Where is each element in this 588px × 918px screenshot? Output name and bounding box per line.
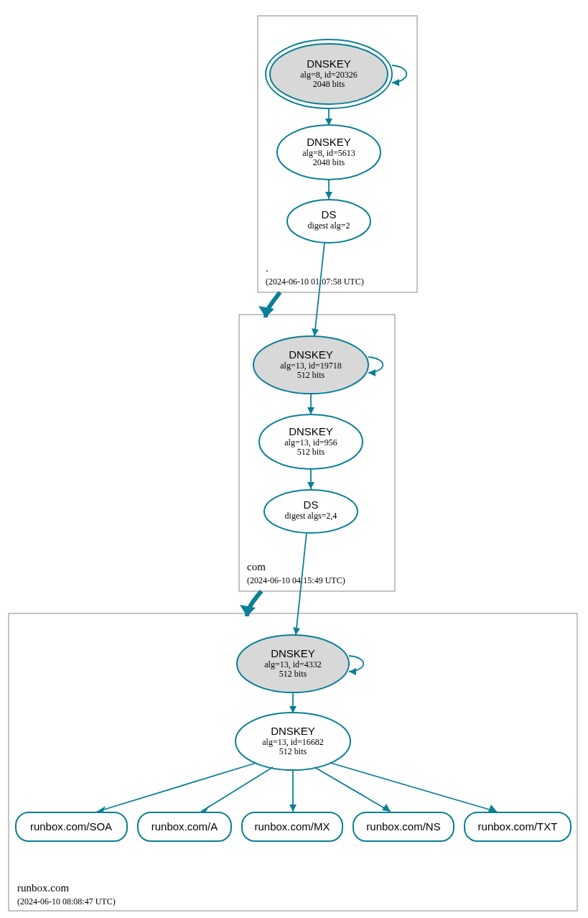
arrow-zone-root-to-com bbox=[258, 306, 274, 317]
node-com-ksk-l2: 512 bits bbox=[297, 370, 325, 380]
rrset-a-label: runbox.com/A bbox=[151, 820, 218, 833]
node-root-zsk-title: DNSKEY bbox=[307, 136, 351, 148]
node-com-zsk: DNSKEY alg=13, id=956 512 bits bbox=[259, 414, 363, 469]
rrset-soa: runbox.com/SOA bbox=[16, 812, 127, 841]
zone-com-name: com bbox=[247, 561, 266, 572]
node-root-zsk: DNSKEY alg=8, id=5613 2048 bits bbox=[277, 125, 381, 180]
rrset-txt: runbox.com/TXT bbox=[465, 812, 571, 841]
node-com-ksk-title: DNSKEY bbox=[289, 348, 333, 361]
node-leaf-zsk-l1: alg=13, id=16682 bbox=[262, 737, 324, 747]
edge-zsk-a bbox=[201, 767, 273, 812]
node-root-ksk-l2: 2048 bits bbox=[313, 79, 345, 89]
node-com-zsk-l1: alg=13, id=956 bbox=[284, 437, 337, 448]
rrset-a: runbox.com/A bbox=[138, 812, 231, 841]
rrset-mx-label: runbox.com/MX bbox=[254, 820, 330, 833]
edge-root-ksk-self bbox=[392, 65, 406, 83]
arrow-com-ds-leaf-ksk bbox=[293, 627, 300, 635]
node-root-ksk-l1: alg=8, id=20326 bbox=[300, 70, 358, 80]
node-root-ds-l1: digest alg=2 bbox=[307, 221, 350, 231]
node-root-ds: DS digest alg=2 bbox=[287, 200, 370, 243]
node-leaf-ksk-l2: 512 bits bbox=[279, 669, 307, 679]
node-leaf-zsk-title: DNSKEY bbox=[271, 725, 315, 737]
arrow-root-ds-com-ksk bbox=[312, 328, 319, 336]
node-com-zsk-title: DNSKEY bbox=[289, 425, 333, 437]
edge-root-ds-com-ksk bbox=[314, 243, 325, 336]
arrow-zone-com-to-leaf bbox=[240, 605, 256, 616]
edge-com-ksk-self bbox=[368, 357, 383, 373]
node-root-zsk-l2: 2048 bits bbox=[313, 157, 345, 167]
edge-zsk-ns bbox=[314, 767, 391, 812]
edge-zsk-soa bbox=[97, 763, 256, 812]
arrow-root-ksk-self bbox=[392, 79, 399, 86]
rrset-soa-label: runbox.com/SOA bbox=[30, 820, 112, 833]
edge-zsk-txt bbox=[330, 763, 497, 812]
arrow-zsk-txt bbox=[488, 805, 497, 812]
node-leaf-zsk: DNSKEY alg=13, id=16682 512 bits bbox=[235, 713, 350, 770]
node-com-ksk: DNSKEY alg=13, id=19718 512 bits bbox=[253, 336, 368, 394]
node-root-zsk-l1: alg=8, id=5613 bbox=[302, 148, 355, 158]
arrow-root-zsk-ds bbox=[325, 192, 332, 199]
node-root-ksk: DNSKEY alg=8, id=20326 2048 bits bbox=[266, 40, 392, 108]
node-com-ds-title: DS bbox=[304, 499, 319, 511]
node-leaf-ksk: DNSKEY alg=13, id=4332 512 bits bbox=[237, 635, 349, 692]
node-com-ds-l1: digest algs=2,4 bbox=[285, 511, 337, 521]
arrow-com-ksk-self bbox=[368, 369, 375, 376]
arrow-com-ksk-zsk bbox=[307, 407, 314, 414]
zone-root-name: . bbox=[266, 262, 269, 274]
node-com-ds: DS digest algs=2,4 bbox=[264, 490, 358, 533]
node-leaf-zsk-l2: 512 bits bbox=[279, 746, 307, 756]
arrow-zsk-a bbox=[201, 805, 210, 812]
zone-leaf-ts: (2024-06-10 08:08:47 UTC) bbox=[17, 896, 116, 907]
node-leaf-ksk-title: DNSKEY bbox=[271, 647, 315, 659]
zone-root-ts: (2024-06-10 01:07:58 UTC) bbox=[266, 277, 364, 287]
zone-leaf-name: runbox.com bbox=[17, 882, 69, 894]
node-com-zsk-l2: 512 bits bbox=[297, 447, 325, 457]
rrset-mx: runbox.com/MX bbox=[242, 812, 342, 841]
node-root-ds-title: DS bbox=[322, 208, 337, 221]
zone-com-ts: (2024-06-10 04:15:49 UTC) bbox=[247, 575, 345, 585]
dnssec-trust-graph: . (2024-06-10 01:07:58 UTC) com (2024-06… bbox=[0, 0, 588, 918]
node-root-ksk-title: DNSKEY bbox=[307, 57, 351, 70]
arrow-leaf-ksk-self bbox=[349, 668, 356, 675]
node-leaf-ksk-l1: alg=13, id=4332 bbox=[264, 659, 322, 669]
node-com-ksk-l1: alg=13, id=19718 bbox=[280, 361, 342, 371]
arrow-zsk-mx bbox=[289, 805, 297, 812]
edge-leaf-ksk-self bbox=[349, 656, 363, 672]
rrset-ns-label: runbox.com/NS bbox=[366, 820, 440, 833]
rrset-ns: runbox.com/NS bbox=[353, 812, 454, 841]
rrset-txt-label: runbox.com/TXT bbox=[478, 820, 558, 833]
arrow-com-zsk-ds bbox=[307, 482, 314, 489]
